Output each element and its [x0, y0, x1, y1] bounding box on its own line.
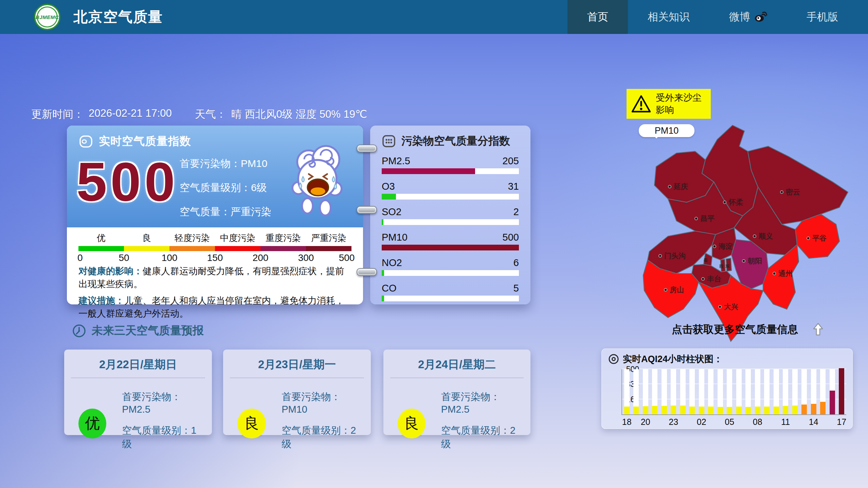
pollutant-bar-fill [382, 296, 384, 301]
aqi-info-line-0: 首要污染物：PM10 [180, 157, 271, 171]
pollutant-bar-fill [382, 194, 396, 200]
bar-fill [774, 407, 779, 414]
bar-track [652, 369, 657, 414]
scale-label: 中度污染 [215, 232, 260, 244]
grid-icon [382, 134, 396, 148]
pollutant-row-PM2.5: PM2.5205 [382, 155, 519, 174]
clip-pin [357, 145, 377, 152]
aqi-scale-bar [78, 246, 351, 251]
pollutant-bar-fill [382, 219, 383, 225]
bar-slot-04 [716, 369, 725, 414]
bar-slot-16 [828, 369, 837, 414]
district-marker-tongzhou [773, 272, 776, 275]
pollutant-bar-track [382, 245, 519, 250]
bar-track [689, 369, 695, 414]
scale-segment [78, 246, 124, 251]
nav-item-1[interactable]: 相关知识 [628, 0, 709, 34]
beijing-district-map[interactable]: 延庆怀柔密云平谷昌平顺义门头沟海淀石景山西城东城朝阳丰台房山大兴通州 [636, 117, 856, 345]
forecast-date: 2月23日/星期一 [223, 357, 371, 372]
pollutant-name: PM2.5 [382, 155, 410, 167]
district-label-fangshan: 房山 [669, 286, 684, 294]
district-label-mentougou: 门头沟 [664, 252, 686, 260]
pollutant-bar-track [382, 296, 519, 301]
bar-slot-11 [781, 369, 791, 414]
bar-slot-10 [772, 369, 781, 414]
sandstorm-warning-banner: 受外来沙尘 影响 [627, 89, 711, 119]
pollutant-row-NO2: NO26 [382, 257, 519, 276]
more-info-link[interactable]: 点击获取更多空气质量信息 [672, 322, 824, 337]
bar-track [662, 369, 667, 414]
pollutant-bar-fill [382, 270, 384, 276]
district-label-yanqing: 延庆 [673, 183, 688, 190]
bar-fill [839, 368, 844, 414]
bar-slot-20 [641, 369, 650, 414]
cursor-up-icon [812, 323, 824, 336]
bar-track [764, 369, 770, 414]
bjmemc-logo-icon: BJMEMC [34, 4, 60, 30]
district-marker-yanqing [668, 185, 671, 188]
forecast-pollutant: 首要污染物：PM2.5 [441, 390, 522, 415]
nav-item-2[interactable]: 微博 [709, 0, 787, 34]
bar-fill [830, 391, 835, 414]
bar-track [755, 369, 760, 414]
nav-item-label: 首页 [587, 10, 608, 24]
district-marker-fangshan [664, 288, 667, 291]
nav-item-0[interactable]: 首页 [567, 0, 628, 34]
district-dongcheng[interactable] [726, 258, 731, 271]
district-marker-shunyi [753, 235, 756, 238]
clip-pin [357, 206, 377, 214]
bar-fill [820, 402, 826, 414]
aqi-info-lines: 首要污染物：PM10空气质量级别：6级空气质量：严重污染 [180, 157, 271, 229]
map-tooltip-pm10: PM10 [639, 124, 694, 137]
scale-segment [124, 246, 169, 251]
bar-fill [680, 406, 686, 414]
forecast-card-0: 2月22日/星期日优首要污染物：PM2.5空气质量级别：1级 [64, 350, 212, 435]
forecast-title: 未来三天空气质量预报 [92, 323, 204, 338]
district-xicheng[interactable] [721, 259, 725, 272]
spacer [177, 107, 190, 121]
bar-slot-07 [744, 369, 753, 414]
scale-label: 轻度污染 [169, 232, 215, 244]
pollutant-name: NO2 [382, 257, 402, 268]
bar-track [839, 369, 844, 414]
district-yanqing[interactable] [654, 151, 714, 202]
bar-fill [745, 407, 751, 414]
nav-item-3[interactable]: 手机版 [787, 0, 858, 34]
forecast-date: 2月24日/星期二 [383, 357, 530, 372]
bar-slot-12 [790, 369, 800, 414]
page-title: 北京空气质量 [73, 7, 163, 26]
scale-tick: 500 [339, 252, 355, 263]
bar-fill [662, 406, 667, 414]
bar-fill [699, 407, 704, 414]
district-marker-huairou [723, 201, 726, 204]
health-impact-text: 对健康的影响：健康人群运动耐受力降低，有明显强烈症状，提前出现某些疾病。 [78, 265, 351, 291]
pollutant-name: SO2 [382, 206, 401, 218]
bar-fill [801, 405, 807, 414]
district-shijingshan[interactable] [704, 253, 712, 266]
district-label-haidian: 海淀 [718, 242, 733, 250]
top-navbar: BJMEMC 北京空气质量 首页相关知识微博手机版 [0, 0, 868, 34]
x-axis-tick: 23 [669, 417, 678, 427]
aqi-info-line-1: 空气质量级别：6级 [180, 181, 271, 195]
district-label-tongzhou: 通州 [778, 269, 793, 277]
aqi-card-bottom: 优良轻度污染中度污染重度污染严重污染 050100150200300500 对健… [67, 227, 363, 320]
forecast-card-2: 2月24日/星期二良首要污染物：PM2.5空气质量级别：2级 [383, 350, 530, 435]
bar-track [820, 369, 826, 414]
aqi-level-badge: 良 [237, 409, 266, 438]
pollutant-value: 5 [513, 283, 519, 294]
bar-fill [671, 406, 676, 414]
district-marker-daxing [719, 305, 721, 308]
district-marker-pinggu [807, 237, 810, 240]
realtime-aqi-card: 实时空气质量指数 500 首要污染物：PM10空气质量级别：6级空气质量：严重污… [67, 126, 363, 304]
forecast-section-header: 未来三天空气质量预报 [72, 323, 204, 338]
bar-track [671, 369, 676, 414]
bar-slot-03 [706, 369, 716, 414]
x-axis-tick: 11 [781, 417, 790, 427]
pollutant-rows: PM2.5205O331SO22PM10500NO26CO5 [382, 155, 519, 301]
chart-bars [622, 369, 846, 414]
pollutant-bar-fill [382, 245, 519, 250]
bar-fill [652, 406, 657, 414]
pollutant-bar-track [382, 168, 519, 174]
bar-fill [783, 406, 788, 414]
bar-track [811, 369, 816, 414]
